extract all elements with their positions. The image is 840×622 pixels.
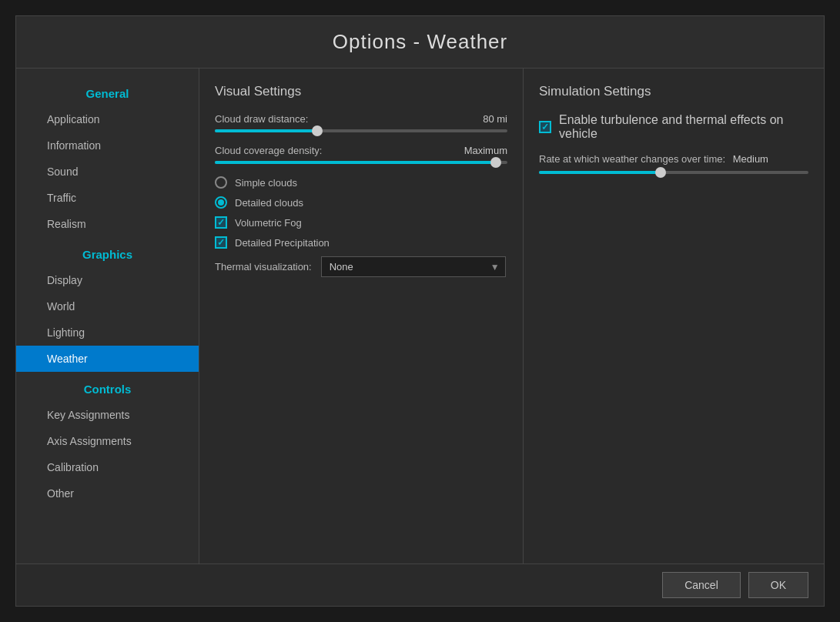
thermal-visualization-dropdown-wrapper: None Low Medium High ▼ xyxy=(321,256,506,277)
simple-clouds-radio[interactable] xyxy=(215,176,227,189)
volumetric-fog-checkbox[interactable]: ✓ xyxy=(215,216,227,229)
sidebar-item-calibration[interactable]: Calibration xyxy=(16,454,199,480)
detailed-clouds-option[interactable]: Detailed clouds xyxy=(215,196,507,209)
rate-row: Rate at which weather changes over time:… xyxy=(539,153,808,165)
cloud-coverage-density-track[interactable] xyxy=(215,161,507,164)
detailed-precipitation-option[interactable]: ✓ Detailed Precipitation xyxy=(215,236,507,249)
rate-slider-track[interactable] xyxy=(539,171,808,174)
sidebar-item-world[interactable]: World xyxy=(16,293,199,319)
sidebar-item-sound[interactable]: Sound xyxy=(16,159,199,185)
cloud-draw-distance-container: Cloud draw distance: 80 mi xyxy=(215,113,507,132)
detailed-clouds-radio-inner xyxy=(218,199,224,206)
sidebar-section-general: General xyxy=(16,76,199,106)
visual-settings-title: Visual Settings xyxy=(215,84,507,99)
rate-label: Rate at which weather changes over time: xyxy=(539,153,725,165)
cloud-coverage-density-value: Maximum xyxy=(464,145,507,156)
detailed-precipitation-label: Detailed Precipitation xyxy=(235,237,330,249)
sidebar-section-controls: Controls xyxy=(16,372,199,402)
cloud-draw-distance-label: Cloud draw distance: xyxy=(215,113,308,125)
cloud-draw-distance-track[interactable] xyxy=(215,129,507,132)
turbulence-check: ✓ xyxy=(541,122,549,132)
volumetric-fog-label: Volumetric Fog xyxy=(235,217,302,229)
sidebar-item-application[interactable]: Application xyxy=(16,106,199,132)
rate-slider-fill xyxy=(539,171,661,174)
rate-slider-thumb[interactable] xyxy=(655,167,666,178)
sidebar-item-traffic[interactable]: Traffic xyxy=(16,185,199,211)
rate-value: Medium xyxy=(733,153,768,165)
visual-settings-panel: Visual Settings Cloud draw distance: 80 … xyxy=(199,69,524,563)
cloud-draw-distance-fill xyxy=(215,129,317,132)
thermal-visualization-row: Thermal visualization: None Low Medium H… xyxy=(215,256,507,277)
sidebar-item-display[interactable]: Display xyxy=(16,267,199,293)
sidebar-item-axis-assignments[interactable]: Axis Assignments xyxy=(16,428,199,454)
detailed-clouds-label: Detailed clouds xyxy=(235,197,303,209)
sidebar-item-lighting[interactable]: Lighting xyxy=(16,319,199,346)
thermal-visualization-select[interactable]: None Low Medium High xyxy=(321,256,506,277)
simulation-settings-panel: Simulation Settings ✓ Enable turbulence … xyxy=(524,69,824,563)
sidebar-item-weather[interactable]: Weather xyxy=(16,346,199,372)
sidebar-item-information[interactable]: Information xyxy=(16,132,199,159)
simple-clouds-option[interactable]: Simple clouds xyxy=(215,176,507,189)
turbulence-row[interactable]: ✓ Enable turbulence and thermal effects … xyxy=(539,113,808,141)
bottom-bar: Cancel OK xyxy=(16,563,824,606)
window-title: Options - Weather xyxy=(16,16,824,69)
cloud-draw-distance-thumb[interactable] xyxy=(312,125,323,136)
simple-clouds-label: Simple clouds xyxy=(235,177,297,189)
simulation-settings-title: Simulation Settings xyxy=(539,84,808,99)
volumetric-fog-option[interactable]: ✓ Volumetric Fog xyxy=(215,216,507,229)
cloud-coverage-density-thumb[interactable] xyxy=(490,157,501,168)
detailed-precipitation-check: ✓ xyxy=(217,237,225,248)
sidebar-item-other[interactable]: Other xyxy=(16,480,199,507)
sidebar-item-realism[interactable]: Realism xyxy=(16,211,199,237)
detailed-precipitation-checkbox[interactable]: ✓ xyxy=(215,236,227,249)
turbulence-label: Enable turbulence and thermal effects on… xyxy=(559,113,808,141)
sidebar-item-key-assignments[interactable]: Key Assignments xyxy=(16,402,199,428)
cloud-draw-distance-value: 80 mi xyxy=(483,113,507,125)
cloud-coverage-density-fill xyxy=(215,161,496,164)
sidebar-section-graphics: Graphics xyxy=(16,237,199,267)
detailed-clouds-radio[interactable] xyxy=(215,196,227,209)
cloud-coverage-density-container: Cloud coverage density: Maximum xyxy=(215,145,507,164)
cloud-coverage-density-label: Cloud coverage density: xyxy=(215,145,322,156)
thermal-visualization-label: Thermal visualization: xyxy=(215,261,312,273)
cancel-button[interactable]: Cancel xyxy=(662,572,741,598)
turbulence-checkbox[interactable]: ✓ xyxy=(539,121,551,133)
cloud-options-group: Simple clouds Detailed clouds ✓ xyxy=(215,176,507,249)
ok-button[interactable]: OK xyxy=(748,572,808,598)
sidebar: General Application Information Sound Tr… xyxy=(16,69,199,563)
volumetric-fog-check: ✓ xyxy=(217,217,225,228)
